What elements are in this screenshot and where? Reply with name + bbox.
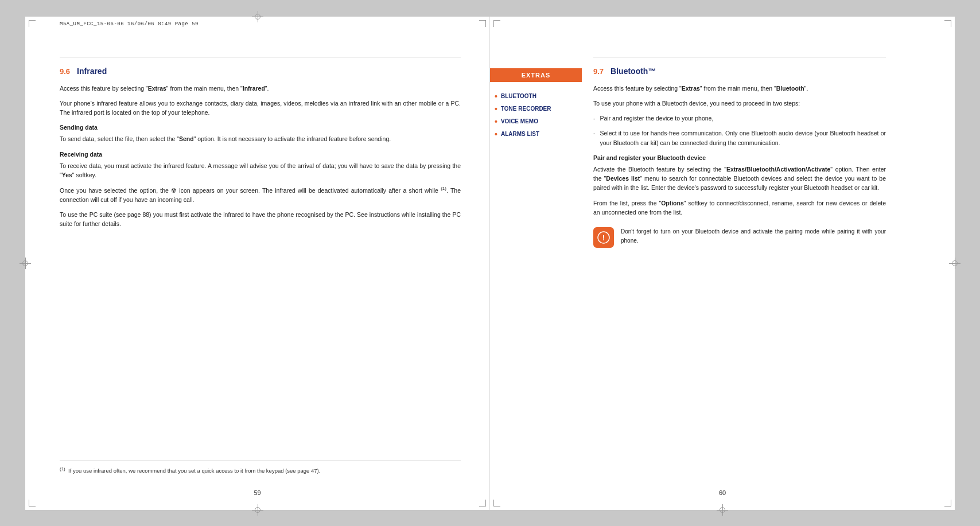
right-page: EXTRAS BLUETOOTH TONE RECORDER VOICE MEM… xyxy=(490,17,955,510)
svg-text:!: ! xyxy=(602,233,605,242)
para1-text: Your phone's infrared feature allows you… xyxy=(60,99,461,118)
dash-1: - xyxy=(593,114,596,123)
section-title-97: Bluetooth™ xyxy=(610,67,656,76)
right-corner-tl xyxy=(493,20,500,27)
section-number-97: 9.7 xyxy=(593,67,604,76)
footnote-ref: (1) xyxy=(60,466,65,472)
left-page: M5A_UM_FCC_15-06-06 16/06/06 8:49 Page 5… xyxy=(25,17,490,510)
top-crosshair xyxy=(252,11,263,22)
left-page-number: 59 xyxy=(254,489,260,496)
right-content: 9.7 Bluetooth™ Access this feature by se… xyxy=(582,40,920,487)
info-text: Don't forget to turn on your Bluetooth d… xyxy=(621,227,886,245)
step-2-text: Select it to use for hands-free communic… xyxy=(600,128,886,147)
corner-tr xyxy=(479,20,486,27)
right-top-rule xyxy=(593,57,886,57)
footnote: (1) If you use infrared often, we recomm… xyxy=(60,461,461,475)
extras-list: BLUETOOTH TONE RECORDER VOICE MEMO ALARM… xyxy=(490,90,582,141)
left-crosshair xyxy=(20,258,31,269)
right-intro: Access this feature by selecting "Extras… xyxy=(593,84,886,93)
extras-item-bluetooth: BLUETOOTH xyxy=(490,90,582,103)
right-para1: To use your phone with a Bluetooth devic… xyxy=(593,99,886,108)
extras-menu: EXTRAS BLUETOOTH TONE RECORDER VOICE MEM… xyxy=(490,40,582,487)
step-1-text: Pair and register the device to your pho… xyxy=(600,114,714,123)
corner-bl xyxy=(29,500,36,506)
right-corner-br xyxy=(944,500,951,506)
bottom-crosshair-right xyxy=(717,504,728,516)
extras-item-voice-memo: VOICE MEMO xyxy=(490,115,582,128)
footnote-text: If you use infrared often, we recommend … xyxy=(67,467,320,474)
step-2: - Select it to use for hands-free commun… xyxy=(593,128,886,147)
bottom-crosshair-left xyxy=(252,504,263,516)
section-title-96: Infrared xyxy=(77,67,107,76)
top-rule xyxy=(60,57,461,57)
receiving-label: Receiving data xyxy=(60,151,461,158)
extras-item-tone-recorder: TONE RECORDER xyxy=(490,103,582,115)
steps-list: - Pair and register the device to your p… xyxy=(593,114,886,147)
pair-text2: From the list, press the "Options" softk… xyxy=(593,198,886,217)
receiving-text1: To receive data, you must activate the i… xyxy=(60,161,461,180)
intro-text: Access this feature by selecting "Extras… xyxy=(60,84,461,93)
pair-text1: Activate the Bluetooth feature by select… xyxy=(593,165,886,193)
extras-banner: EXTRAS xyxy=(490,68,582,82)
corner-tl xyxy=(29,20,36,27)
extras-item-alarms-list: ALARMS LIST xyxy=(490,128,582,141)
right-corner-bl xyxy=(493,500,500,506)
section-number-96: 9.6 xyxy=(60,67,70,76)
sending-text: To send data, select the file, then sele… xyxy=(60,134,461,143)
section-header-96: 9.6 Infrared xyxy=(60,67,461,76)
receiving-text2: Once you have selected the option, the ☢… xyxy=(60,185,461,204)
dash-2: - xyxy=(593,128,596,147)
pair-label: Pair and register your Bluetooth device xyxy=(593,154,886,161)
info-box: ! Don't forget to turn on your Bluetooth… xyxy=(593,227,886,248)
right-page-number: 60 xyxy=(719,489,726,496)
receiving-text3: To use the PC suite (see page 88) you mu… xyxy=(60,210,461,229)
right-edge-crosshair xyxy=(949,258,960,269)
sending-label: Sending data xyxy=(60,124,461,131)
info-icon: ! xyxy=(593,227,614,248)
section-header-97: 9.7 Bluetooth™ xyxy=(593,67,886,76)
corner-br xyxy=(479,500,486,506)
document-spread: M5A_UM_FCC_15-06-06 16/06/06 8:49 Page 5… xyxy=(25,17,955,510)
step-1: - Pair and register the device to your p… xyxy=(593,114,886,123)
right-corner-tr xyxy=(944,20,951,27)
page-header: M5A_UM_FCC_15-06-06 16/06/06 8:49 Page 5… xyxy=(60,21,199,27)
